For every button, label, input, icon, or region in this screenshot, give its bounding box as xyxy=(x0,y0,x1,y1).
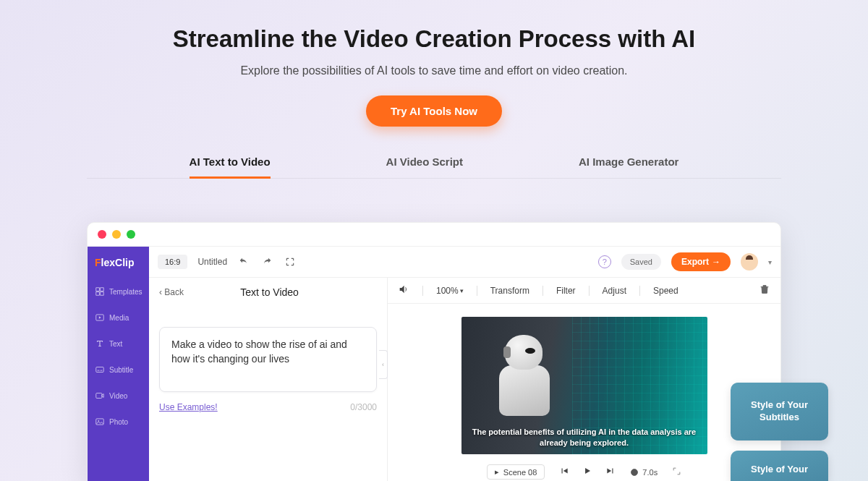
close-dot-icon xyxy=(98,230,106,239)
hero-title: Streamline the Video Creation Process wi… xyxy=(0,25,868,53)
sidebar-item-video[interactable]: Video xyxy=(88,383,149,409)
sidebar-item-label: Media xyxy=(109,314,129,322)
logo: FlexClip xyxy=(88,247,149,278)
hero-subtitle: Explore the possibilities of AI tools to… xyxy=(0,64,868,77)
fullscreen-icon[interactable] xyxy=(284,255,297,268)
photo-icon xyxy=(95,417,105,427)
window-controls xyxy=(88,223,780,247)
help-icon[interactable]: ? xyxy=(598,255,611,268)
style-card-subtitles[interactable]: Style of Your Subtitles xyxy=(731,383,828,440)
sidebar-item-label: Text xyxy=(109,340,122,348)
delete-icon[interactable] xyxy=(759,284,770,297)
panel-title: Text to Video xyxy=(184,286,355,298)
use-examples-link[interactable]: Use Examples! xyxy=(159,402,218,412)
svg-rect-3 xyxy=(96,419,104,425)
chevron-down-icon[interactable]: ▾ xyxy=(768,258,772,266)
play-icon[interactable] xyxy=(582,466,592,478)
aspect-ratio[interactable]: 16:9 xyxy=(158,255,187,269)
subtitle-icon xyxy=(95,365,105,375)
undo-icon[interactable] xyxy=(237,255,250,268)
sidebar-item-label: Subtitle xyxy=(109,366,133,374)
app-window: FlexClip Templates Media Text Subtitle V… xyxy=(87,222,781,481)
sidebar-item-label: Templates xyxy=(109,288,142,296)
sidebar-item-media[interactable]: Media xyxy=(88,305,149,331)
duration: 7.0s xyxy=(630,468,658,477)
volume-icon[interactable] xyxy=(398,284,409,297)
tab-video-script[interactable]: AI Video Script xyxy=(386,156,463,178)
media-icon xyxy=(95,312,105,323)
sidebar-item-subtitle[interactable]: Subtitle xyxy=(88,357,149,383)
sidebar: FlexClip Templates Media Text Subtitle V… xyxy=(88,247,149,481)
minimize-dot-icon xyxy=(112,230,121,239)
arrow-right-icon: → xyxy=(712,257,720,267)
sidebar-item-label: Video xyxy=(109,392,127,400)
text-icon xyxy=(95,339,105,349)
control-filter[interactable]: Filter xyxy=(556,286,576,296)
next-icon[interactable] xyxy=(605,466,616,478)
control-speed[interactable]: Speed xyxy=(653,286,678,296)
collapse-panel-button[interactable]: ‹ xyxy=(379,350,388,379)
scene-selector[interactable]: ▸ Scene 08 xyxy=(487,464,545,480)
video-caption: The potential benefits of utilizing AI i… xyxy=(461,427,707,448)
tab-image-generator[interactable]: AI Image Generator xyxy=(579,156,678,178)
chevron-down-icon: ▾ xyxy=(460,287,464,294)
redo-icon[interactable] xyxy=(260,255,273,268)
export-button[interactable]: Export → xyxy=(671,252,731,271)
feature-tabs: AI Text to Video AI Video Script AI Imag… xyxy=(87,156,781,179)
back-button[interactable]: ‹ Back xyxy=(159,287,184,297)
sidebar-item-text[interactable]: Text xyxy=(88,331,149,357)
control-adjust[interactable]: Adjust xyxy=(603,286,626,296)
style-card-partial[interactable]: Style of Your xyxy=(731,451,828,481)
tab-text-to-video[interactable]: AI Text to Video xyxy=(190,156,271,178)
style-cards: Style of Your Subtitles Style of Your xyxy=(731,383,828,481)
prompt-input[interactable]: Make a video to show the rise of ai and … xyxy=(159,327,377,392)
svg-rect-2 xyxy=(96,393,102,399)
maximize-dot-icon xyxy=(127,230,135,239)
top-bar: 16:9 Untitled ? Saved Export → ▾ xyxy=(149,247,780,278)
save-status: Saved xyxy=(621,254,661,270)
video-preview[interactable]: The potential benefits of utilizing AI i… xyxy=(461,317,707,454)
video-icon xyxy=(95,391,105,401)
sidebar-item-label: Photo xyxy=(109,418,128,426)
prev-icon[interactable] xyxy=(559,466,569,478)
sidebar-item-photo[interactable]: Photo xyxy=(88,409,149,435)
try-ai-tools-button[interactable]: Try AI Tools Now xyxy=(366,95,502,127)
char-count: 0/3000 xyxy=(350,402,377,412)
svg-rect-1 xyxy=(96,367,104,373)
templates-icon xyxy=(95,286,105,297)
preview-controls: 100% ▾ Transform Filter Adjust Speed xyxy=(388,278,780,304)
control-transform[interactable]: Transform xyxy=(490,286,529,296)
avatar[interactable] xyxy=(741,253,758,271)
zoom-level[interactable]: 100% ▾ xyxy=(436,286,464,296)
expand-icon[interactable] xyxy=(672,467,681,478)
robot-figure xyxy=(498,335,559,422)
document-title[interactable]: Untitled xyxy=(197,257,227,267)
text-to-video-panel: ‹ Back Text to Video Make a video to sho… xyxy=(149,278,388,481)
sidebar-item-templates[interactable]: Templates xyxy=(88,278,149,305)
clock-icon xyxy=(630,468,639,477)
